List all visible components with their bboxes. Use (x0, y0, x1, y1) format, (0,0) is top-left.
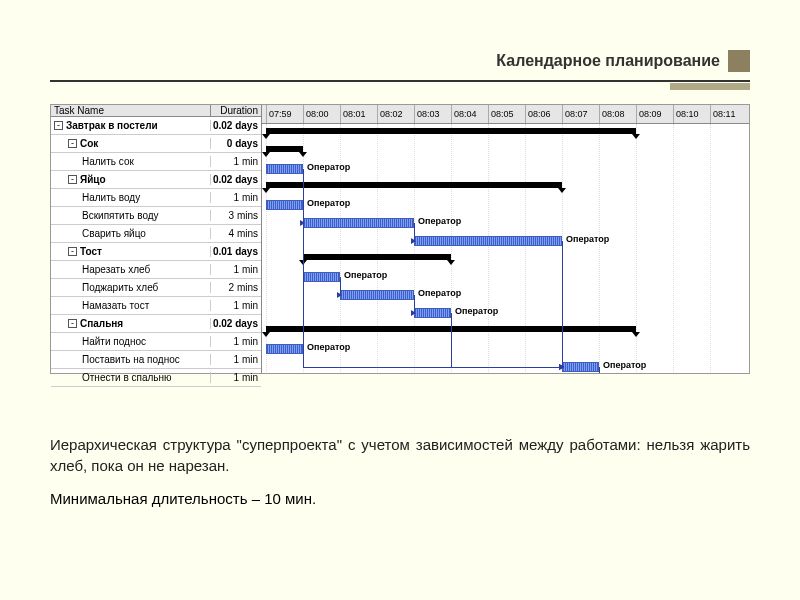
time-tick: 08:06 (525, 105, 551, 123)
summary-bar (303, 254, 451, 260)
task-name: Поставить на поднос (82, 354, 180, 365)
task-duration: 0.02 days (211, 318, 261, 329)
time-tick: 08:03 (414, 105, 440, 123)
table-row: Нарезать хлеб1 min (51, 261, 261, 279)
task-bar (340, 290, 414, 300)
table-row: Найти поднос1 min (51, 333, 261, 351)
task-bar (266, 200, 303, 210)
accent-bar (670, 83, 750, 90)
task-name: Налить воду (82, 192, 140, 203)
task-duration: 1 min (211, 354, 261, 365)
time-tick: 08:08 (599, 105, 625, 123)
task-name: Тост (80, 246, 102, 257)
task-name: Налить сок (82, 156, 134, 167)
table-row: -Яйцо0.02 days (51, 171, 261, 189)
collapse-icon[interactable]: - (68, 247, 77, 256)
bar-label: Оператор (603, 360, 646, 370)
time-tick: 08:00 (303, 105, 329, 123)
task-table: Task Name Duration -Завтрак в постели0.0… (51, 105, 262, 373)
accent-square (728, 50, 750, 72)
task-name: Вскипятить воду (82, 210, 159, 221)
time-tick: 08:10 (673, 105, 699, 123)
table-row: Поставить на поднос1 min (51, 351, 261, 369)
task-duration: 1 min (211, 300, 261, 311)
task-duration: 0.02 days (211, 120, 261, 131)
description2-text: Минимальная длительность – 10 мин. (50, 490, 750, 507)
task-duration: 0.01 days (211, 246, 261, 257)
bar-label: Оператор (455, 306, 498, 316)
divider (50, 80, 750, 82)
task-bar (562, 362, 599, 372)
task-duration: 4 mins (211, 228, 261, 239)
bar-label: Оператор (307, 162, 350, 172)
table-row: Отнести в спальню1 min (51, 369, 261, 387)
task-duration: 1 min (211, 192, 261, 203)
description-text: Иерархическая структура "суперпроекта" с… (50, 434, 750, 476)
bar-label: Оператор (344, 270, 387, 280)
page-title: Календарное планирование (50, 52, 728, 70)
collapse-icon[interactable]: - (54, 121, 63, 130)
task-duration: 0 days (211, 138, 261, 149)
table-row: Вскипятить воду3 mins (51, 207, 261, 225)
task-bar (303, 272, 340, 282)
task-name: Сварить яйцо (82, 228, 146, 239)
task-duration: 2 mins (211, 282, 261, 293)
task-duration: 1 min (211, 372, 261, 383)
table-row: -Сок0 days (51, 135, 261, 153)
time-tick: 08:02 (377, 105, 403, 123)
table-row: Намазать тост1 min (51, 297, 261, 315)
time-tick: 08:07 (562, 105, 588, 123)
summary-bar (266, 146, 303, 152)
time-tick: 07:59 (266, 105, 292, 123)
task-bar (266, 344, 303, 354)
task-bar (266, 164, 303, 174)
collapse-icon[interactable]: - (68, 139, 77, 148)
bar-label: Оператор (566, 234, 609, 244)
table-row: Налить сок1 min (51, 153, 261, 171)
time-tick: 08:05 (488, 105, 514, 123)
task-name: Найти поднос (82, 336, 146, 347)
time-tick: 08:04 (451, 105, 477, 123)
table-row: Поджарить хлеб2 mins (51, 279, 261, 297)
task-name: Поджарить хлеб (82, 282, 158, 293)
task-duration: 3 mins (211, 210, 261, 221)
summary-bar (266, 182, 562, 188)
task-bar (414, 236, 562, 246)
header-task: Task Name (51, 105, 211, 116)
time-tick: 08:09 (636, 105, 662, 123)
task-bar (303, 218, 414, 228)
table-row: -Тост0.01 days (51, 243, 261, 261)
table-row: -Спальня0.02 days (51, 315, 261, 333)
bar-label: Оператор (418, 288, 461, 298)
task-name: Яйцо (80, 174, 106, 185)
task-duration: 1 min (211, 336, 261, 347)
task-name: Сок (80, 138, 98, 149)
header-duration: Duration (211, 105, 261, 116)
task-duration: 1 min (211, 156, 261, 167)
table-row: Сварить яйцо4 mins (51, 225, 261, 243)
summary-bar (266, 128, 636, 134)
table-row: Налить воду1 min (51, 189, 261, 207)
gantt-chart: Task Name Duration -Завтрак в постели0.0… (50, 104, 750, 374)
bar-label: Оператор (307, 198, 350, 208)
bar-label: Оператор (418, 216, 461, 226)
collapse-icon[interactable]: - (68, 319, 77, 328)
table-row: -Завтрак в постели0.02 days (51, 117, 261, 135)
gantt-timeline: 07:5908:0008:0108:0208:0308:0408:0508:06… (262, 105, 749, 373)
task-name: Завтрак в постели (66, 120, 158, 131)
task-name: Отнести в спальню (82, 372, 172, 383)
time-tick: 08:01 (340, 105, 366, 123)
task-name: Спальня (80, 318, 123, 329)
task-name: Намазать тост (82, 300, 149, 311)
task-bar (414, 308, 451, 318)
task-name: Нарезать хлеб (82, 264, 150, 275)
bar-label: Оператор (307, 342, 350, 352)
task-duration: 1 min (211, 264, 261, 275)
task-duration: 0.02 days (211, 174, 261, 185)
collapse-icon[interactable]: - (68, 175, 77, 184)
time-tick: 08:11 (710, 105, 736, 123)
